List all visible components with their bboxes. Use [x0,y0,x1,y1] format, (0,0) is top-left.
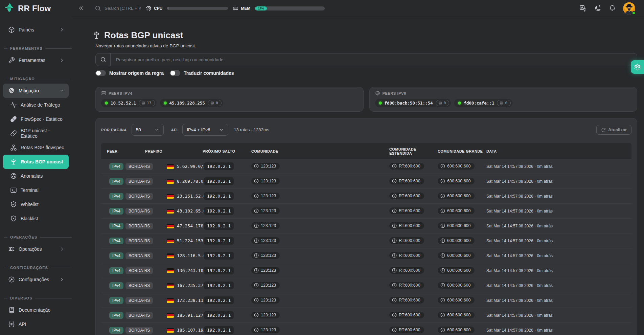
afi-label: AFI [171,128,178,132]
column-header-prefixo: PREFIXO [145,149,203,153]
toggle-row: Mostrar origem da regra Traduzir comunid… [95,70,637,76]
column-header-proximo-salto: PRÓXIMO SALTO [203,149,251,153]
next-hop-cell: 192.0.2.1 [203,207,234,215]
ext-community-pill[interactable]: RT:600:600 [389,193,424,199]
community-pill[interactable]: 123:123 [251,327,280,333]
sidebar-item-configuracoes[interactable]: Configurações [3,272,69,287]
per-page-label: POR PÁGINA [101,128,127,132]
large-community-pill[interactable]: 600:600:600 [438,163,475,170]
community-pill[interactable]: 123:123 [251,252,280,259]
next-hop-cell: 192.0.2.1 [203,237,234,245]
community-pill[interactable]: 123:123 [251,297,280,304]
per-page-select[interactable]: 50 [132,124,164,136]
route-search-input[interactable] [111,53,637,66]
afi-select[interactable]: IPv4 + IPv6 [182,124,228,136]
sidebar-item-label: Whitelist [21,202,39,207]
translate-communities-switch[interactable] [170,70,180,76]
info-icon [254,283,259,288]
large-community-pill[interactable]: 600:600:600 [438,237,475,244]
large-community-pill[interactable]: 600:600:600 [438,267,475,274]
community-pill[interactable]: 123:123 [251,163,280,170]
sidebar-item-mitigacao[interactable]: Mitigação [3,84,69,98]
info-icon [440,313,445,317]
peer-address: 45.189.228.255 [169,100,205,106]
refresh-button[interactable]: Atualizar [596,125,631,135]
ext-community-pill[interactable]: RT:600:600 [389,237,424,244]
routes-count-status: 13 rotas · 1282ms [234,127,269,132]
large-community-cell: 600:600:600 [438,222,475,229]
table-row: IPv4 BORDA-RS 43.102.65.0/24 192.0.2.1 1… [101,204,631,219]
sidebar-item-blacklist[interactable]: Blacklist [3,211,69,226]
community-pill[interactable]: 123:123 [251,312,280,318]
sidebar-item-ferramentas[interactable]: Ferramentas [3,53,69,67]
sidebar-item-label: Mitigação [19,88,39,93]
peer-cell: IPv4 BORDA-RS [101,297,145,304]
show-rule-origin-switch[interactable] [95,70,106,76]
community-pill[interactable]: 123:123 [251,193,280,199]
sidebar-item-terminal[interactable]: Terminal [3,183,69,197]
notifications-button[interactable] [608,5,616,12]
sidebar-item-operacoes[interactable]: Operações [3,242,69,256]
sidebar-item-documentacao[interactable]: Documentação [3,303,69,317]
large-community-pill[interactable]: 600:600:600 [438,327,475,333]
ext-community-cell: RT:600:600 [389,267,424,274]
column-header-data: DATA [486,149,631,153]
section-ferramentas: FERRAMENTAS [0,44,72,53]
user-avatar[interactable] [623,2,635,15]
table-row: IPv4 BORDA-RS 8.209.78.0/24 192.0.2.1 12… [101,174,631,189]
routes-table-card: POR PÁGINA 50 AFI IPv4 + IPv6 13 rotas ·… [95,118,637,335]
settings-fab-button[interactable] [631,60,644,74]
afi-badge: IPv4 [109,312,123,319]
large-community-pill[interactable]: 600:600:600 [438,193,475,199]
sidebar-item-flowspec-estatico[interactable]: FlowSpec - Estático [3,112,69,126]
community-pill[interactable]: 123:123 [251,178,280,184]
translate-button[interactable] [579,5,587,12]
large-community-pill[interactable]: 600:600:600 [438,282,475,289]
global-search-input[interactable] [105,6,141,11]
sidebar-item-whitelist[interactable]: Whitelist [3,197,69,211]
ext-community-pill[interactable]: RT:600:600 [389,267,424,274]
ext-community-pill[interactable]: RT:600:600 [389,252,424,259]
large-community-pill[interactable]: 600:600:600 [438,207,475,214]
large-community-pill[interactable]: 600:600:600 [438,312,475,318]
sidebar-item-rotas-bgp-flowspec[interactable]: Rotas BGP flowspec [3,140,69,155]
ext-community-pill[interactable]: RT:600:600 [389,282,424,289]
ext-community-pill[interactable]: RT:600:600 [389,178,424,184]
community-pill[interactable]: 123:123 [251,237,280,244]
sidebar-item-label: FlowSpec - Estático [21,116,63,122]
info-icon [392,298,397,303]
sidebar-item-analise-de-trafego[interactable]: Análise de Tráfego [3,98,69,112]
sidebar-item-rotas-bgp-unicast[interactable]: Rotas BGP unicast [3,155,69,169]
ext-community-pill[interactable]: RT:600:600 [389,312,424,318]
sidebar-collapse-button[interactable] [77,5,85,12]
sidebar-item-anomalias[interactable]: Anomalias [3,169,69,183]
ext-community-pill[interactable]: RT:600:600 [389,222,424,229]
large-community-pill[interactable]: 600:600:600 [438,222,475,229]
community-pill[interactable]: 123:123 [251,267,280,274]
dark-mode-button[interactable] [594,5,601,12]
peer-route-count: 0 [497,100,511,106]
large-community-pill[interactable]: 600:600:600 [438,252,475,259]
topbar: CPU MEM 17% [72,0,644,17]
large-community-pill[interactable]: 600:600:600 [438,178,475,184]
large-community-cell: 600:600:600 [438,237,475,244]
info-icon [392,283,397,288]
global-search [95,5,141,12]
gear-icon [634,64,641,71]
large-community-pill[interactable]: 600:600:600 [438,297,475,304]
sidebar-item-api[interactable]: API [3,317,69,331]
table-row: IPv4 BORDA-RS 51.224.153.0/24 192.0.2.1 … [101,233,631,248]
ext-community-pill[interactable]: RT:600:600 [389,327,424,333]
community-pill[interactable]: 123:123 [251,222,280,229]
ext-community-pill[interactable]: RT:600:600 [389,207,424,214]
community-cell: 123:123 [251,297,280,304]
routes-count-icon [438,101,442,105]
sidebar-item-label: Operações [19,246,42,252]
date-cell: Sat Mar 14 14:57:08 2026 · 0m atrás [486,209,631,214]
ext-community-pill[interactable]: RT:600:600 [389,297,424,304]
community-pill[interactable]: 123:123 [251,207,280,214]
sidebar-item-paineis[interactable]: Painéis [3,23,69,37]
ext-community-pill[interactable]: RT:600:600 [389,163,424,170]
community-pill[interactable]: 123:123 [251,282,280,289]
sidebar-item-bgp-unicast-estatico[interactable]: BGP unicast - Estático [3,126,69,140]
